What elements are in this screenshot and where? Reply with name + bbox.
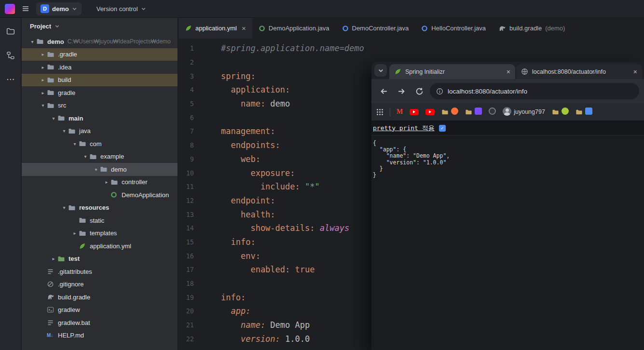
tree-item-example[interactable]: ▾example [22, 150, 178, 163]
intellij-idea-logo-icon[interactable] [5, 4, 15, 14]
tree-item-HELP.md[interactable]: M↓HELP.md [22, 329, 178, 342]
line-number: 4 [178, 86, 221, 94]
editor-tab-DemoController.java[interactable]: DemoController.java [336, 18, 415, 39]
tree-item-label: test [69, 255, 80, 262]
package-icon [100, 165, 109, 173]
close-icon[interactable]: × [242, 24, 246, 32]
tree-item-java[interactable]: ▾java [22, 125, 178, 138]
chevron-right-icon[interactable]: ▸ [50, 256, 57, 261]
tree-item-application.yml[interactable]: application.yml [22, 240, 178, 253]
tree-item-static[interactable]: static [22, 214, 178, 227]
chevron-down-icon[interactable]: ▾ [39, 103, 47, 108]
chevron-right-icon[interactable]: ▸ [103, 179, 110, 185]
code-text: enabled: true [221, 265, 315, 274]
chevron-down-icon[interactable]: ▾ [28, 39, 36, 44]
chevron-right-icon[interactable]: ▸ [39, 90, 47, 95]
tree-item-gradlew.bat[interactable]: gradlew.bat [22, 316, 178, 329]
tree-item-.gitignore[interactable]: .gitignore [22, 278, 178, 291]
project-panel-header[interactable]: Project [22, 18, 178, 34]
chevron-right-icon[interactable]: ▸ [39, 52, 47, 57]
bookmark-item[interactable]: juyoung797 [503, 107, 545, 117]
code-text: endpoint: [221, 196, 275, 205]
tree-item-resources[interactable]: ▾resources [22, 202, 178, 215]
close-icon[interactable]: × [633, 68, 637, 76]
back-button[interactable] [376, 84, 391, 98]
line-number: 18 [178, 280, 221, 287]
tree-item-templates[interactable]: ▸templates [22, 227, 178, 240]
chevron-down-icon[interactable]: ▾ [71, 141, 79, 147]
structure-tool-button[interactable] [4, 49, 17, 62]
reload-button[interactable] [412, 84, 426, 98]
tree-item-label: com [90, 140, 102, 148]
chevron-down-icon[interactable]: ▾ [60, 128, 68, 134]
bookmark-item[interactable] [552, 108, 569, 116]
tree-item-DemoApplication[interactable]: DemoApplication [22, 188, 178, 202]
spring-leaf-icon [394, 68, 401, 75]
bookmark-item[interactable] [425, 109, 435, 115]
bookmark-item[interactable] [489, 108, 496, 116]
project-widget[interactable]: D demo [36, 2, 82, 15]
address-bar[interactable]: localhost:8080/actuator/info [430, 83, 639, 99]
site-info-icon[interactable] [436, 88, 443, 95]
bookmark-folder-icon [465, 108, 472, 116]
chevron-down-icon[interactable]: ▾ [82, 154, 89, 159]
vcs-widget[interactable]: Version control [92, 2, 151, 15]
chevron-right-icon[interactable]: ▸ [39, 77, 47, 82]
project-panel: Project ▾demoC:₩Users₩juyou₩IdeaProjects… [22, 18, 178, 350]
close-icon[interactable]: × [507, 68, 510, 76]
tree-item-gradlew[interactable]: gradlew [22, 304, 178, 317]
avatar-icon [503, 107, 511, 117]
browser-toolbar: localhost:8080/actuator/info [371, 79, 644, 103]
apps-grid-icon[interactable] [376, 108, 384, 116]
tree-item-controller[interactable]: ▸controller [22, 176, 178, 189]
blue-badge-icon [585, 108, 592, 116]
tree-item-label: gradle [58, 89, 75, 96]
bookmark-item[interactable] [441, 108, 458, 116]
tree-item-com[interactable]: ▾com [22, 137, 178, 150]
project-tool-button[interactable] [4, 25, 17, 38]
forward-button[interactable] [394, 84, 409, 98]
browser-tab-1[interactable]: Spring Initializr× [389, 64, 515, 79]
editor-tab-application.yml[interactable]: application.yml× [178, 18, 252, 39]
tab-list-chevron-button[interactable] [374, 64, 387, 77]
bookmark-folder-icon [441, 108, 449, 116]
bookmark-item[interactable] [410, 109, 419, 115]
tree-item-demo[interactable]: ▾demoC:₩Users₩juyou₩IdeaProjects₩demo [22, 35, 178, 48]
editor-tab-build.gradle[interactable]: build.gradle(demo) [492, 18, 571, 39]
tree-item-build.gradle[interactable]: build.gradle [22, 291, 178, 304]
editor-tab-HelloController.java[interactable]: HelloController.java [415, 18, 492, 39]
code-text: name: demo [221, 99, 290, 108]
tree-item-src[interactable]: ▾src [22, 99, 178, 112]
bookmark-item[interactable] [575, 108, 592, 116]
tree-item-demo[interactable]: ▾demo [22, 163, 178, 176]
tree-item-test[interactable]: ▸test [22, 253, 178, 266]
youtube-icon [410, 109, 419, 115]
tree-item-.gradle[interactable]: ▸.gradle [22, 48, 178, 61]
url-text: localhost:8080/actuator/info [448, 88, 527, 95]
code-text: app: [221, 306, 250, 316]
bookmark-item[interactable] [465, 108, 482, 116]
tree-item-gradle[interactable]: ▸gradle [22, 86, 178, 99]
browser-tab-2[interactable]: localhost:8080/actuator/info× [516, 64, 642, 79]
chevron-right-icon[interactable]: ▸ [39, 65, 47, 70]
line-number: 10 [178, 169, 221, 177]
folder-icon [68, 127, 77, 135]
pretty-print-label[interactable]: pretty print 적용 [373, 124, 435, 133]
chevron-down-icon[interactable]: ▾ [50, 116, 57, 121]
tree-item-.idea[interactable]: ▸.idea [22, 61, 178, 74]
editor-tab-DemoApplication.java[interactable]: DemoApplication.java [252, 18, 336, 39]
tree-item-.gitattributes[interactable]: .gitattributes [22, 265, 178, 278]
chevron-right-icon[interactable]: ▸ [71, 230, 79, 236]
chevron-down-icon[interactable]: ▾ [92, 167, 100, 172]
code-text: application: [221, 85, 290, 94]
bookmark-item[interactable]: M [397, 108, 403, 116]
pretty-print-checkbox[interactable]: ✓ [439, 125, 446, 132]
tree-item-main[interactable]: ▾main [22, 112, 178, 125]
tree-item-build[interactable]: ▸build [22, 74, 178, 87]
tree-item-label: templates [90, 229, 117, 237]
code-text: show-details: always [221, 223, 349, 233]
chevron-down-icon[interactable]: ▾ [60, 205, 68, 210]
tree-item-label: .idea [58, 64, 71, 71]
more-tools-button[interactable]: ⋯ [4, 73, 17, 86]
main-menu-icon[interactable] [19, 2, 32, 15]
